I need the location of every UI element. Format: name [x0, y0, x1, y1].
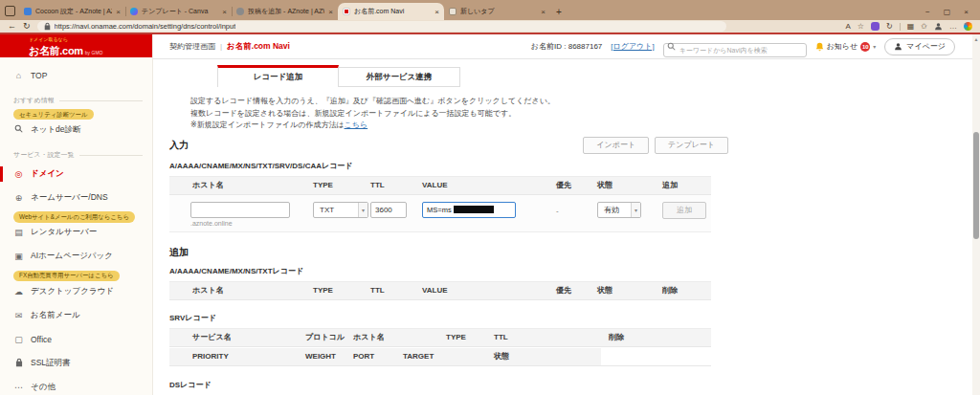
notice-menu[interactable]: お知らせ 10 ▾ [815, 41, 877, 52]
sidebar-item-top[interactable]: ⌂ TOP [13, 69, 152, 82]
tab-title: 新しいタブ [460, 7, 537, 16]
hostname-input[interactable] [190, 202, 290, 218]
onamae-navi-page: ドメイン取るならお名前.comby GMO ⌂ TOP おすすめ情報 セキュリテ… [0, 34, 980, 395]
sidebar-item-label: ネットde診断 [31, 124, 81, 136]
tab-record-add[interactable]: レコード追加 [217, 65, 339, 87]
import-button[interactable]: インポート [583, 137, 649, 154]
sync-icon[interactable]: ↻ [886, 23, 893, 31]
onamae-favicon-icon [343, 8, 350, 15]
sidebar-item-desktop-cloud[interactable]: ☁ デスクトップクラウド [13, 285, 152, 298]
template-button[interactable]: テンプレート [655, 137, 728, 154]
scroll-up-arrow-icon[interactable]: ▲ [972, 36, 980, 42]
extension-icon[interactable] [871, 22, 880, 31]
minimize-button[interactable]: − [925, 8, 930, 16]
onamae-logo[interactable]: ドメイン取るならお名前.comby GMO [0, 34, 152, 57]
collections-icon[interactable]: ✩ [921, 23, 927, 31]
status-select[interactable]: 有効 ▾ [597, 202, 641, 218]
profile-icon[interactable] [934, 22, 943, 31]
add-record-button[interactable]: 追加 [662, 202, 706, 219]
browser-tab-strip: Cocoon 設定 - AZnote | AZWork × テンプレート - C… [0, 0, 980, 20]
sidebar-item-ssl[interactable]: SSL証明書 [13, 357, 152, 370]
window-controls: − ▢ × [925, 8, 974, 20]
record-tabs: レコード追加 外部サービス連携 [217, 67, 980, 87]
sidebar-badge-security-tool[interactable]: セキュリティ診断ツール [13, 109, 94, 120]
sidebar-item-label: レンタルサーバー [31, 227, 97, 238]
type-select[interactable]: TXT ▾ [313, 202, 368, 218]
browser-tab-canva[interactable]: テンプレート - Canva × [125, 3, 232, 20]
globe-favicon-icon [236, 8, 244, 15]
ttl-input[interactable] [370, 202, 407, 218]
value-input[interactable]: MS=ms [422, 202, 516, 218]
navi-search [663, 39, 807, 54]
sidebar-item-label: SSL証明書 [31, 358, 71, 369]
logout-link[interactable]: [ログアウト] [611, 41, 654, 52]
search-input[interactable] [663, 43, 807, 57]
sidebar-badge-web-mail[interactable]: Webサイト&メールのご利用ならこちら [13, 211, 135, 222]
sidebar-item-label: その他 [31, 382, 56, 393]
search-icon [13, 124, 24, 135]
sidebar-item-net-de-shindan[interactable]: ネットde診断 [13, 123, 152, 137]
page-header: 契約管理画面 | お名前.com Navi お名前ID : 86887167 [… [153, 34, 980, 59]
home-icon: ⌂ [13, 71, 24, 80]
close-window-button[interactable]: × [964, 8, 969, 16]
sidebar-item-onamae-mail[interactable]: ✉ お名前メール [13, 309, 152, 322]
sidebar-badge-fx-server[interactable]: FX自動売買専用サーバーはこちら [13, 271, 120, 281]
a-table-header: ホスト名 TYPE TTL VALUE 優先 状態 削除 [169, 281, 711, 300]
more-menu-icon[interactable]: … [949, 23, 957, 31]
sidebar-item-rental-server[interactable]: ▤ レンタルサーバー [13, 226, 152, 239]
address-bar[interactable]: https://navi.onamae.com/domain/setting/d… [37, 21, 726, 32]
new-tab-button[interactable]: + [556, 7, 562, 17]
sidebar-item-label: AIホームページパック [31, 251, 113, 262]
dns-icon: ⊕ [13, 193, 24, 203]
close-tab-icon[interactable]: × [328, 8, 333, 16]
record-input-table: ホスト名 TYPE TTL VALUE 優先 状態 追加 .aznote.onl… [169, 176, 711, 232]
browser-tab-newtab[interactable]: 新しいタブ × [444, 3, 550, 20]
sidebar-item-office[interactable]: ▢ Office [13, 333, 152, 346]
close-tab-icon[interactable]: × [116, 8, 121, 16]
intro-line-1: 設定するレコード情報を入力のうえ、『追加』及び『確認画面へ進む』ボタンをクリック… [190, 96, 980, 108]
close-tab-icon[interactable]: × [434, 8, 439, 16]
close-tab-icon[interactable]: × [541, 8, 546, 16]
added-section-head: 追加 [169, 246, 728, 259]
favorite-star-icon[interactable]: ☆ [858, 23, 864, 31]
toolbar-icons: A ☆ ↻ ▦ ✩ … [846, 22, 972, 31]
browser-window: Cocoon 設定 - AZnote | AZWork × テンプレート - C… [0, 0, 980, 395]
tab-external-service[interactable]: 外部サービス連携 [339, 67, 460, 87]
page-scrollbar[interactable]: ▲ [972, 34, 980, 395]
browser-tab-cocoon[interactable]: Cocoon 設定 - AZnote | AZWork × [19, 3, 125, 20]
copilot-icon[interactable] [964, 22, 972, 31]
reload-icon[interactable]: ↻ [23, 22, 31, 31]
sidebar-item-nameserver-dns[interactable]: ⊕ ネームサーバー/DNS [13, 191, 152, 205]
maximize-button[interactable]: ▢ [944, 8, 951, 16]
back-icon[interactable]: ← [8, 22, 16, 31]
canva-favicon-icon [130, 8, 138, 15]
sidebar-item-label: お名前メール [31, 310, 80, 321]
close-tab-icon[interactable]: × [222, 8, 227, 16]
more-icon: ⋯ [13, 383, 24, 392]
read-aloud-icon[interactable]: A [846, 23, 851, 31]
browser-toolbar: ← ↻ https://navi.onamae.com/domain/setti… [0, 20, 980, 33]
a-record-table: ホスト名 TYPE TTL VALUE 優先 状態 削除 [169, 281, 711, 300]
logo-brand: お名前.com [29, 45, 83, 56]
a-table-label: A/AAAA/CNAME/MX/NS/TXTレコード [169, 266, 980, 276]
tab-actions-icon[interactable] [5, 6, 15, 16]
sidebar-item-label: デスクトップクラウド [31, 286, 114, 297]
sidebar-nav: ⌂ TOP おすすめ情報 セキュリティ診断ツール ネットde診断 サービス・設定… [0, 57, 152, 395]
ai-homepage-icon: ▣ [13, 252, 24, 261]
logo-tagline: ドメイン取るなら [29, 37, 152, 42]
scrollbar-thumb[interactable] [973, 132, 979, 239]
search-icon [667, 42, 676, 51]
notice-badge: 10 [860, 42, 870, 52]
browser-tab-onamae-active[interactable]: お名前.com Navi × [338, 3, 444, 20]
sidebar-item-other[interactable]: ⋯ その他 [13, 381, 152, 394]
browser-tab-post[interactable]: 投稿を追加 - AZnote | AZWork — × [232, 3, 338, 20]
puzzle-extensions-icon[interactable]: ▦ [907, 23, 915, 31]
mypage-button[interactable]: マイページ [884, 38, 955, 55]
sidebar-item-domain[interactable]: ◎ ドメイン [13, 167, 152, 181]
kochira-link[interactable]: こちら [345, 121, 368, 129]
mail-icon: ✉ [13, 311, 24, 320]
sidebar-item-ai-homepage[interactable]: ▣ AIホームページパック [13, 250, 152, 263]
sidebar-section-services: サービス・設定一覧 [13, 150, 152, 160]
mypage-label: マイページ [906, 41, 946, 52]
office-icon: ▢ [13, 335, 24, 344]
